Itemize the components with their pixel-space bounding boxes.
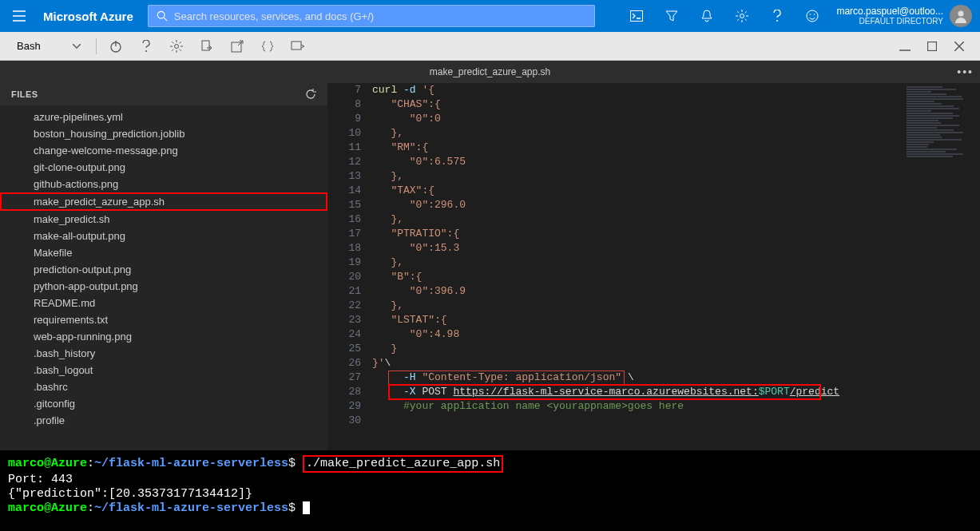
- feedback-button[interactable]: [796, 0, 828, 32]
- global-search[interactable]: [148, 5, 595, 27]
- code-line[interactable]: "0":15.3: [372, 241, 905, 256]
- user-account[interactable]: marco.paspuel@outloo... DEFAULT DIRECTOR…: [828, 5, 980, 27]
- azure-top-bar: Microsoft Azure marco.paspuel@outloo... …: [0, 0, 980, 32]
- code-line[interactable]: "TAX":{: [372, 184, 905, 198]
- refresh-button[interactable]: [305, 89, 316, 100]
- prompt-path: ~/flask-ml-azure-serverless: [94, 457, 288, 470]
- minimize-button[interactable]: [894, 35, 916, 57]
- editor-button[interactable]: [256, 35, 279, 57]
- code-line[interactable]: -X POST https://flask-ml-service-marco.a…: [372, 385, 905, 399]
- files-list[interactable]: azure-pipelines.ymlboston_housing_predic…: [0, 105, 327, 450]
- code-line[interactable]: },: [372, 299, 905, 313]
- code-line[interactable]: "0":6.575: [372, 155, 905, 169]
- line-gutter: 7891011121314151617181920212223242526272…: [327, 83, 372, 450]
- file-item[interactable]: requirements.txt: [0, 311, 327, 328]
- close-button[interactable]: [948, 35, 970, 57]
- code-line[interactable]: "CHAS":{: [372, 97, 905, 112]
- code-line[interactable]: "0":296.0: [372, 198, 905, 212]
- code-content[interactable]: curl -d '{ "CHAS":{ "0":0 }, "RM":{ "0":…: [372, 83, 905, 450]
- file-item[interactable]: prediction-output.png: [0, 261, 327, 278]
- editor-tab-bar: make_predict_azure_app.sh •••: [0, 61, 980, 83]
- file-item[interactable]: github-actions.png: [0, 176, 327, 192]
- code-line[interactable]: },: [372, 212, 905, 227]
- code-line[interactable]: "PTRATIO":{: [372, 227, 905, 241]
- avatar: [950, 5, 972, 27]
- hamburger-menu[interactable]: [0, 10, 38, 22]
- notifications-button[interactable]: [691, 0, 723, 32]
- file-item[interactable]: web-app-running.png: [0, 328, 327, 345]
- code-line[interactable]: }'\: [372, 356, 905, 371]
- directories-button[interactable]: [656, 0, 688, 32]
- help-button[interactable]: [761, 0, 793, 32]
- file-item[interactable]: .profile: [0, 412, 327, 429]
- file-item[interactable]: .bashrc: [0, 378, 327, 395]
- code-line[interactable]: [372, 414, 905, 428]
- file-item[interactable]: make_predict.sh: [0, 211, 327, 228]
- file-item[interactable]: boston_housing_prediction.joblib: [0, 125, 327, 142]
- code-line[interactable]: "0":4.98: [372, 327, 905, 342]
- code-line[interactable]: },: [372, 169, 905, 184]
- file-item[interactable]: make-all-output.png: [0, 228, 327, 244]
- brand-label: Microsoft Azure: [38, 10, 148, 23]
- settings-button[interactable]: [726, 0, 758, 32]
- svg-rect-15: [292, 42, 301, 50]
- file-item[interactable]: azure-pipelines.yml: [0, 109, 327, 125]
- shell-name: Bash: [17, 40, 41, 52]
- web-preview-button[interactable]: [287, 35, 309, 57]
- terminal-output: Port: 443 {"prediction":[20.353731771344…: [8, 473, 252, 501]
- hamburger-icon: [13, 10, 26, 22]
- smiley-icon: [806, 10, 819, 22]
- editor-more-button[interactable]: •••: [957, 65, 974, 78]
- upload-download-button[interactable]: [196, 35, 218, 57]
- files-header-label: FILES: [11, 89, 38, 99]
- file-item[interactable]: git-clone-output.png: [0, 159, 327, 176]
- help-icon: [142, 40, 150, 53]
- svg-point-6: [810, 14, 811, 15]
- file-item[interactable]: .bash_history: [0, 345, 327, 362]
- restart-button[interactable]: [105, 35, 127, 57]
- code-line[interactable]: }: [372, 342, 905, 356]
- file-item[interactable]: README.md: [0, 295, 327, 311]
- minimap[interactable]: [905, 83, 980, 450]
- svg-rect-2: [631, 11, 643, 22]
- editor-tab-title[interactable]: make_predict_azure_app.sh: [430, 66, 550, 77]
- code-line[interactable]: },: [372, 256, 905, 270]
- code-line[interactable]: "RM":{: [372, 141, 905, 155]
- code-line[interactable]: "0":0: [372, 112, 905, 126]
- prompt-user-2: marco@Azure: [8, 501, 87, 515]
- file-item[interactable]: change-welcome-message.png: [0, 142, 327, 159]
- person-icon: [954, 9, 968, 23]
- code-line[interactable]: "LSTAT":{: [372, 313, 905, 327]
- help-button-shell[interactable]: [135, 35, 157, 57]
- file-item[interactable]: Makefile: [0, 244, 327, 261]
- terminal[interactable]: marco@Azure:~/flask-ml-azure-serverless$…: [0, 450, 980, 531]
- shell-selector[interactable]: Bash: [10, 36, 88, 56]
- cursor: [303, 501, 310, 514]
- svg-rect-17: [928, 42, 937, 50]
- search-input[interactable]: [174, 10, 586, 22]
- files-panel: FILES azure-pipelines.ymlboston_housing_…: [0, 83, 327, 450]
- azure-toolbar-icons: [621, 0, 828, 32]
- cloud-shell-button[interactable]: [621, 0, 653, 32]
- code-line[interactable]: curl -d '{: [372, 83, 905, 97]
- cloud-shell-icon: [630, 10, 643, 22]
- filter-icon: [665, 10, 678, 22]
- maximize-button[interactable]: [921, 35, 943, 57]
- code-line[interactable]: "B":{: [372, 270, 905, 284]
- file-item[interactable]: make_predict_azure_app.sh: [0, 192, 327, 211]
- code-line[interactable]: },: [372, 126, 905, 141]
- braces-icon: [261, 40, 274, 53]
- bell-icon: [701, 10, 712, 22]
- file-item[interactable]: .bash_logout: [0, 362, 327, 378]
- prompt-user: marco@Azure: [8, 457, 87, 470]
- svg-point-7: [814, 14, 815, 15]
- file-item[interactable]: python-app-output.png: [0, 278, 327, 295]
- settings-button-shell[interactable]: [165, 35, 188, 57]
- code-line[interactable]: -H "Content-Type: application/json" \: [372, 371, 905, 385]
- code-line[interactable]: #your application name <yourappname>goes…: [372, 399, 905, 414]
- code-editor[interactable]: 7891011121314151617181920212223242526272…: [327, 83, 980, 450]
- new-session-button[interactable]: [226, 35, 248, 57]
- code-line[interactable]: "0":396.9: [372, 284, 905, 299]
- refresh-icon: [305, 89, 316, 100]
- file-item[interactable]: .gitconfig: [0, 395, 327, 412]
